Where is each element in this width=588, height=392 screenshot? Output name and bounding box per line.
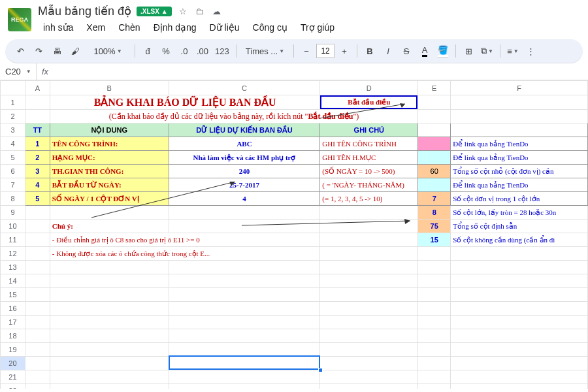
note-cell[interactable]: (SỐ NGÀY = 10 -> 500) <box>320 165 417 178</box>
f-cell[interactable]: Để link qua bảng TienDo <box>451 151 587 164</box>
note-cell[interactable]: (= 1, 2, 3, 4, 5 -> 10) <box>320 192 417 205</box>
tt-cell[interactable]: 2 <box>25 151 50 164</box>
currency-button[interactable]: đ <box>139 42 156 60</box>
percent-button[interactable]: % <box>157 42 174 60</box>
note-cell[interactable]: GHI TÊN H.MỤC <box>320 151 417 164</box>
menu-format[interactable]: Định dạng <box>148 20 202 35</box>
font-select[interactable]: Times ...▼ <box>240 42 289 60</box>
f-cell[interactable]: Số cột đơn vị trong 1 cột lớn <box>451 192 587 205</box>
row-header[interactable]: 12 <box>1 247 25 261</box>
row-header[interactable]: 7 <box>1 178 25 192</box>
zoom-select[interactable]: 100%▼ <box>85 42 131 60</box>
name-box[interactable]: C20▼ <box>0 63 37 80</box>
f-cell[interactable]: Để link qua bảng TienDo <box>451 178 587 191</box>
e-cell[interactable]: 60 <box>418 165 450 178</box>
cloud-icon[interactable]: ☁ <box>211 5 223 17</box>
bold-button[interactable]: B <box>361 42 378 60</box>
tt-cell[interactable]: 4 <box>25 178 50 191</box>
increase-size-button[interactable]: + <box>336 42 353 60</box>
selection-handle[interactable] <box>318 368 323 372</box>
row-header[interactable]: 13 <box>1 261 25 274</box>
row-header[interactable]: 3 <box>1 123 25 137</box>
f-cell[interactable]: Số cột lớn, lấy tròn = 28 hoặc 30n <box>451 206 587 219</box>
col-header-E[interactable]: E <box>418 81 451 95</box>
strike-button[interactable]: S <box>398 42 415 60</box>
print-button[interactable]: 🖶 <box>48 42 65 60</box>
col-header-F[interactable]: F <box>451 81 588 95</box>
value-cell[interactable]: 25-7-2017 <box>169 178 320 191</box>
e-cell[interactable]: 7 <box>418 192 450 205</box>
e-cell[interactable]: 75 <box>418 220 450 233</box>
e-cell[interactable] <box>418 137 450 150</box>
row-header[interactable]: 22 <box>1 384 25 389</box>
e-cell[interactable] <box>418 151 450 164</box>
f-cell[interactable]: Để link qua bảng TienDo <box>451 137 587 150</box>
row-header[interactable]: 19 <box>1 343 25 357</box>
select-all-corner[interactable] <box>1 81 25 95</box>
label-cell[interactable]: SỐ NGÀY / 1 CỘT ĐƠN VỊ <box>50 192 169 205</box>
italic-button[interactable]: I <box>380 42 397 60</box>
start-button[interactable]: Bắt đầu điều <box>320 95 417 109</box>
decrease-decimal-button[interactable]: .0 <box>176 42 193 60</box>
tt-cell[interactable]: 5 <box>25 192 50 205</box>
menu-view[interactable]: Xem <box>81 20 110 35</box>
value-cell[interactable]: 4 <box>169 192 320 205</box>
col-header-B[interactable]: B <box>50 81 169 95</box>
row-header[interactable]: 10 <box>1 220 25 233</box>
e-cell[interactable]: 15 <box>418 233 450 246</box>
col-header-A[interactable]: A <box>25 81 50 95</box>
value-cell[interactable]: ABC <box>169 137 320 150</box>
row-header[interactable]: 1 <box>1 95 25 110</box>
col-header-C[interactable]: C <box>169 81 320 95</box>
row-header[interactable]: 21 <box>1 370 25 384</box>
row-header[interactable]: 2 <box>1 110 25 123</box>
row-header[interactable]: 18 <box>1 329 25 343</box>
text-color-button[interactable]: A <box>416 42 433 60</box>
f-cell[interactable]: Số cột không cần dùng (cần ẩn đi <box>451 233 587 246</box>
e-cell[interactable]: 8 <box>418 206 450 219</box>
tt-cell[interactable]: 3 <box>25 165 50 178</box>
label-cell[interactable]: TÊN CÔNG TRÌNH: <box>50 137 169 150</box>
f-cell[interactable]: Tổng số cột định sẵn <box>451 220 587 233</box>
doc-title[interactable]: Mẫu bảng tiến độ <box>38 4 131 18</box>
star-icon[interactable]: ☆ <box>177 5 189 17</box>
row-header[interactable]: 8 <box>1 192 25 206</box>
more-formats-button[interactable]: 123 <box>212 42 232 60</box>
e-cell[interactable] <box>418 178 450 191</box>
move-icon[interactable]: 🗀 <box>194 5 206 17</box>
more-toolbar-button[interactable]: ⋮ <box>523 42 540 60</box>
menu-data[interactable]: Dữ liệu <box>204 20 245 35</box>
row-header[interactable]: 5 <box>1 151 25 165</box>
value-cell[interactable]: Nhà làm việc và các HM phụ trợ <box>169 151 320 164</box>
row-header[interactable]: 9 <box>1 206 25 220</box>
note-cell[interactable]: GHI TÊN CÔNG TRÌNH <box>320 137 417 150</box>
align-button[interactable]: ≡▼ <box>504 42 521 60</box>
formula-input[interactable] <box>54 63 588 80</box>
f-cell[interactable]: Tổng số cột nhỏ (cột đơn vị) cần <box>451 165 587 178</box>
decrease-size-button[interactable]: − <box>298 42 315 60</box>
row-header[interactable]: 4 <box>1 137 25 151</box>
menu-help[interactable]: Trợ giúp <box>295 20 340 35</box>
increase-decimal-button[interactable]: .00 <box>194 42 211 60</box>
menu-edit[interactable]: inh sửa <box>38 20 78 35</box>
value-cell[interactable]: 240 <box>169 165 320 178</box>
grid[interactable]: A B C D E F 1 BẢNG KHAI BÁO DỮ LIỆU BAN … <box>0 80 588 389</box>
row-header[interactable]: 11 <box>1 233 25 247</box>
row-header[interactable]: 20 <box>1 357 25 370</box>
menu-tools[interactable]: Công cụ <box>248 20 293 35</box>
redo-button[interactable]: ↷ <box>30 42 47 60</box>
row-header[interactable]: 15 <box>1 288 25 302</box>
label-cell[interactable]: TH.GIAN THI CÔNG: <box>50 165 169 178</box>
borders-button[interactable]: ⊞ <box>460 42 477 60</box>
row-header[interactable]: 17 <box>1 316 25 329</box>
label-cell[interactable]: HẠNG MỤC: <box>50 151 169 164</box>
menu-insert[interactable]: Chèn <box>113 20 145 35</box>
font-size-input[interactable]: 12 <box>316 44 335 58</box>
col-header-D[interactable]: D <box>320 81 418 95</box>
paint-format-button[interactable]: 🖌 <box>67 42 84 60</box>
tt-cell[interactable]: 1 <box>25 137 50 150</box>
undo-button[interactable]: ↶ <box>12 42 29 60</box>
note-cell[interactable]: ( = 'NGÀY- THÁNG-NĂM) <box>320 178 417 191</box>
row-header[interactable]: 16 <box>1 302 25 316</box>
row-header[interactable]: 14 <box>1 274 25 288</box>
